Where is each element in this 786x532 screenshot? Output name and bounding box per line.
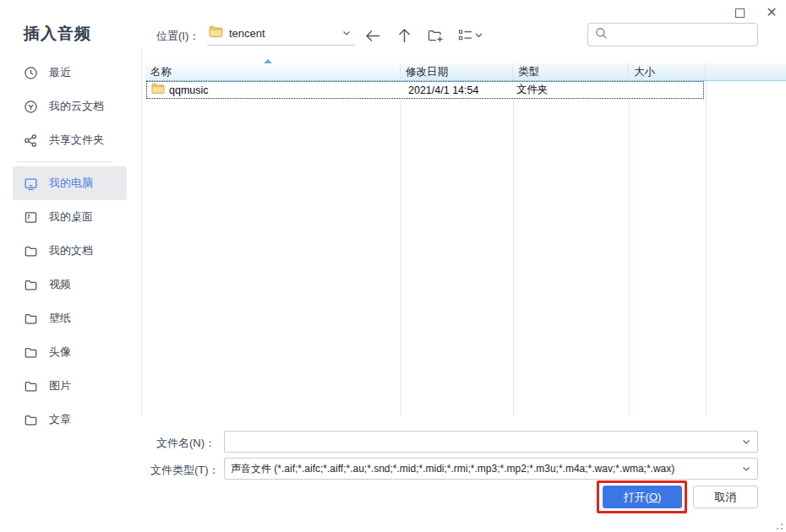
sidebar-item-avatars[interactable]: 头像 [0,335,141,369]
cloud-doc-icon [24,100,38,114]
column-header-modified[interactable]: 修改日期 [401,63,513,80]
column-header-label: 修改日期 [406,65,448,79]
column-header-type[interactable]: 类型 [513,63,629,80]
maximize-icon [735,8,745,18]
search-box[interactable] [587,23,758,46]
filetype-value: 声音文件 (*.aif;*.aifc;*.aiff;*.au;*.snd;*.m… [225,462,735,476]
column-header-label: 大小 [634,65,655,79]
sidebar-item-wallpapers[interactable]: 壁纸 [0,301,141,335]
sidebar-item-my-documents[interactable]: 我的文档 [0,234,141,268]
filename-combo[interactable] [224,431,758,453]
close-icon: ✕ [766,6,777,19]
column-grid-line [706,81,707,416]
sidebar-item-shared-folder[interactable]: 共享文件夹 [0,123,141,157]
folder-yellow-icon [209,25,223,41]
sidebar-divider [17,161,112,162]
location-label: 位置(I)： [156,29,199,44]
location-value: tencent [229,27,336,40]
file-type-cell: 文件夹 [513,82,629,98]
desktop-icon [24,210,38,225]
location-dropdown[interactable]: tencent [207,24,355,46]
sidebar-item-my-desktop[interactable]: 我的桌面 [0,200,141,234]
filetype-label: 文件类型(T)： [150,463,220,478]
folder-icon [24,379,38,394]
column-header-label: 类型 [518,65,539,79]
sidebar-item-label: 文章 [49,412,71,427]
open-button-accesskey: O [649,491,658,503]
maximize-button[interactable] [730,3,749,22]
file-size-cell [629,82,703,98]
sidebar-item-label: 视频 [49,277,71,292]
resize-grip[interactable] [774,521,783,529]
open-button-label: 打开( [624,490,649,505]
sidebar-item-recent[interactable]: 最近 [0,56,141,90]
insert-audio-dialog: 插入音频 ✕ 最近 我的云文档 共享文件夹 [0,0,786,532]
folder-yellow-icon [151,83,165,97]
sidebar-item-label: 头像 [49,345,71,360]
folder-icon [24,244,38,258]
sidebar: 最近 我的云文档 共享文件夹 我的电脑 我的桌面 [0,56,141,437]
new-folder-button[interactable] [425,25,445,46]
file-name: qqmusic [169,84,209,96]
column-grid-line [513,81,514,416]
sidebar-item-videos[interactable]: 视频 [0,268,141,301]
sidebar-item-label: 我的电脑 [49,176,93,191]
filename-input[interactable] [225,432,735,452]
sidebar-item-label: 我的文档 [49,243,93,258]
open-button-label: ) [658,491,661,503]
file-list-header: 名称 修改日期 类型 大小 [145,63,786,81]
open-button[interactable]: 打开(O) [603,486,682,508]
folder-icon [24,345,38,360]
column-grid-line [629,81,630,416]
file-modified-cell: 2021/4/1 14:54 [401,82,513,98]
column-header-label: 名称 [150,65,172,79]
sidebar-item-label: 图片 [49,378,71,394]
sidebar-item-label: 最近 [49,65,71,80]
column-header-filler [706,63,786,80]
folder-icon [24,278,38,292]
column-grid-line [401,81,401,416]
folder-icon [24,413,38,427]
arrow-left-icon [365,29,381,43]
sidebar-item-label: 共享文件夹 [49,133,104,148]
arrow-up-icon [397,28,412,44]
sidebar-item-label: 我的桌面 [49,209,93,225]
folder-icon [24,312,38,326]
window-controls: ✕ [730,3,781,22]
sidebar-item-label: 壁纸 [49,311,71,326]
file-name-cell: qqmusic [147,82,401,98]
chevron-down-icon[interactable] [735,432,757,452]
view-options-button[interactable] [456,25,485,46]
column-header-name[interactable]: 名称 [145,63,401,80]
up-button[interactable] [394,25,414,46]
file-row-qqmusic[interactable]: qqmusic 2021/4/1 14:54 文件夹 [146,81,704,99]
sidebar-item-cloud-docs[interactable]: 我的云文档 [0,90,141,123]
sort-ascending-icon [264,59,272,63]
sidebar-content-divider [141,48,142,416]
chevron-down-icon[interactable] [735,459,757,479]
computer-icon [24,176,38,191]
filename-label: 文件名(N)： [156,436,216,451]
search-input[interactable] [613,29,761,41]
navigation-toolbar [363,25,485,46]
close-button[interactable]: ✕ [762,3,781,22]
new-folder-icon [428,29,444,43]
shared-folder-icon [24,133,38,148]
back-button[interactable] [363,25,383,46]
sidebar-item-articles[interactable]: 文章 [0,403,141,437]
sidebar-item-label: 我的云文档 [49,99,104,114]
filetype-dropdown[interactable]: 声音文件 (*.aif;*.aifc;*.aiff;*.au;*.snd;*.m… [224,458,758,480]
clock-icon [24,66,38,80]
dialog-title: 插入音频 [24,23,91,45]
chevron-down-icon [341,26,352,41]
sidebar-item-my-computer[interactable]: 我的电脑 [13,166,127,200]
list-view-icon [458,29,483,42]
sidebar-item-pictures[interactable]: 图片 [0,369,141,403]
cancel-button[interactable]: 取消 [693,486,758,508]
search-icon [595,27,608,43]
column-header-size[interactable]: 大小 [629,63,706,80]
